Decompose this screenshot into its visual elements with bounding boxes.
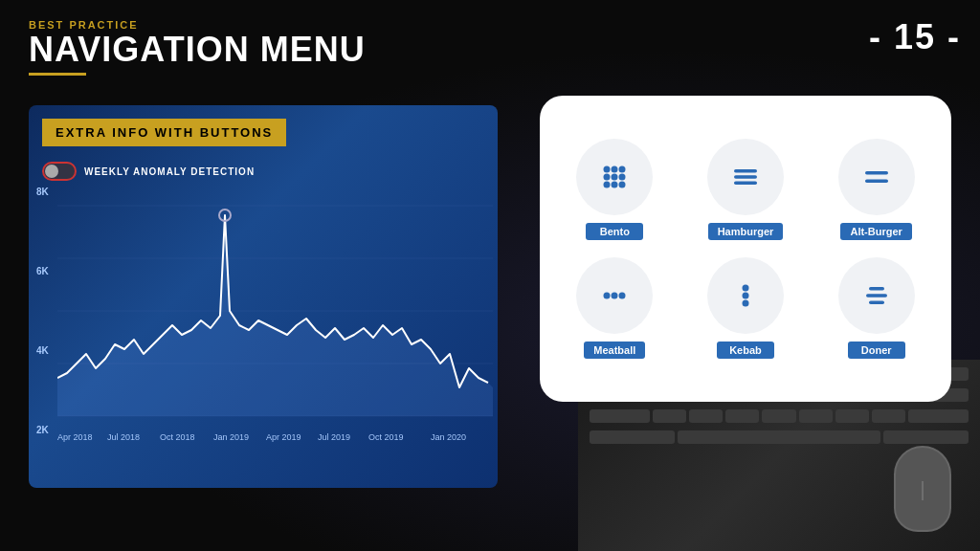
- nav-grid: Bento Hamburger Alt-Burger: [559, 139, 932, 359]
- kebab-icon: [728, 278, 763, 313]
- bento-icon-circle: [576, 139, 653, 215]
- svg-point-19: [619, 174, 626, 181]
- toggle-label: WEEKLY ANOMALY DETECTION: [84, 166, 255, 177]
- svg-text:Jan 2020: Jan 2020: [431, 432, 466, 442]
- svg-point-21: [612, 182, 618, 188]
- meatball-icon-circle: [576, 257, 653, 334]
- svg-point-22: [619, 182, 626, 188]
- svg-point-18: [612, 174, 618, 181]
- hamburger-icon: [728, 160, 763, 194]
- toggle-knob: [45, 165, 58, 178]
- hamburger-icon-circle: [707, 139, 784, 215]
- svg-point-15: [612, 166, 618, 173]
- svg-rect-25: [734, 182, 757, 186]
- svg-point-28: [604, 293, 611, 299]
- y-label-2k: 2K: [36, 425, 49, 435]
- doner-label: Doner: [848, 342, 905, 359]
- y-label-6k: 6K: [36, 266, 49, 276]
- nav-item-alt-burger[interactable]: Alt-Burger: [820, 139, 932, 240]
- nav-item-doner[interactable]: Doner: [820, 257, 932, 359]
- nav-item-bento[interactable]: Bento: [559, 139, 671, 240]
- svg-point-20: [604, 182, 611, 188]
- nav-card: Bento Hamburger Alt-Burger: [540, 96, 951, 402]
- y-label-8k: 8K: [36, 187, 49, 197]
- bento-icon: [597, 160, 632, 194]
- svg-text:Oct 2018: Oct 2018: [160, 432, 195, 442]
- toggle-row[interactable]: WEEKLY ANOMALY DETECTION: [42, 162, 484, 181]
- nav-item-meatball[interactable]: Meatball: [559, 257, 671, 359]
- svg-point-16: [619, 166, 626, 173]
- title-underline: [29, 73, 86, 76]
- alt-burger-icon-circle: [838, 139, 915, 215]
- svg-point-17: [604, 174, 611, 181]
- svg-text:Jul 2018: Jul 2018: [107, 432, 140, 442]
- svg-rect-23: [734, 169, 757, 173]
- bento-label: Bento: [586, 223, 643, 240]
- doner-icon: [859, 278, 894, 313]
- nav-item-kebab[interactable]: Kebab: [690, 257, 802, 359]
- svg-rect-24: [734, 175, 757, 179]
- extra-info-banner: EXTRA INFO WITH BUTTONS: [42, 119, 286, 146]
- alt-burger-icon: [859, 160, 894, 194]
- svg-point-14: [604, 166, 611, 173]
- svg-text:Apr 2019: Apr 2019: [266, 432, 301, 442]
- svg-text:Jan 2019: Jan 2019: [213, 432, 249, 442]
- svg-point-33: [742, 300, 748, 307]
- svg-text:Jul 2019: Jul 2019: [318, 432, 350, 442]
- mouse: [894, 446, 951, 532]
- svg-text:Apr 2018: Apr 2018: [57, 432, 93, 442]
- kebab-label: Kebab: [717, 342, 774, 359]
- svg-point-30: [619, 293, 626, 299]
- svg-rect-36: [869, 301, 884, 305]
- meatball-label: Meatball: [584, 342, 645, 359]
- doner-icon-circle: [838, 257, 915, 334]
- slide-number: - 15 -: [869, 17, 961, 57]
- hamburger-label: Hamburger: [708, 223, 784, 240]
- kebab-icon-circle: [707, 257, 784, 334]
- svg-point-29: [612, 293, 618, 299]
- svg-point-32: [742, 293, 748, 299]
- page-title: NAVIGATION MENU: [29, 31, 366, 69]
- svg-point-31: [742, 285, 748, 292]
- svg-rect-34: [869, 287, 884, 291]
- meatball-icon: [597, 278, 632, 313]
- line-chart: Apr 2018 Jul 2018 Oct 2018 Jan 2019 Apr …: [57, 187, 493, 464]
- alt-burger-label: Alt-Burger: [840, 223, 911, 240]
- svg-rect-27: [865, 180, 888, 184]
- nav-item-hamburger[interactable]: Hamburger: [690, 139, 802, 240]
- y-label-4k: 4K: [36, 345, 49, 356]
- header: BEST PRACTICE NAVIGATION MENU: [29, 19, 366, 76]
- weekly-toggle[interactable]: [42, 162, 77, 181]
- chart-panel: EXTRA INFO WITH BUTTONS WEEKLY ANOMALY D…: [29, 105, 498, 488]
- svg-rect-35: [866, 294, 887, 298]
- svg-rect-26: [865, 171, 888, 175]
- svg-text:Oct 2019: Oct 2019: [368, 432, 404, 442]
